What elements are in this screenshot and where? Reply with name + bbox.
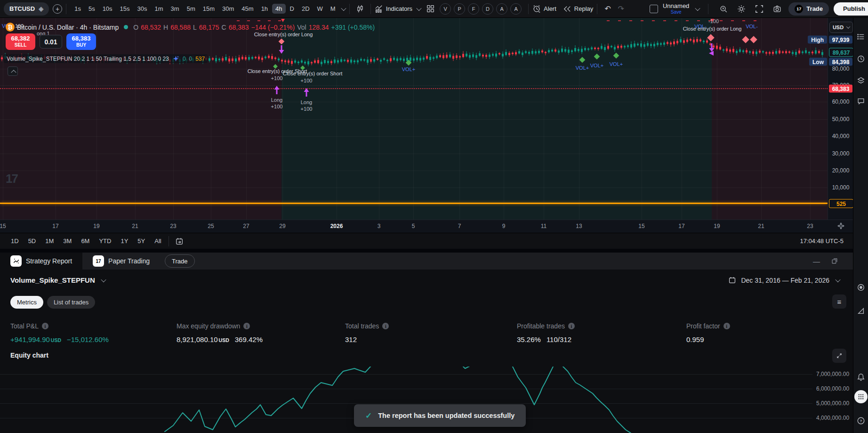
watchlist-icon[interactable]: [856, 32, 866, 41]
range-6m[interactable]: 6M: [78, 236, 93, 246]
trade-tab-button[interactable]: Trade: [165, 254, 194, 268]
help-icon[interactable]: ?: [856, 416, 866, 425]
interval-W[interactable]: W: [314, 4, 326, 14]
publish-button[interactable]: Publish: [834, 2, 868, 16]
replay-button[interactable]: Replay: [563, 5, 593, 13]
report-menu-icon[interactable]: ≡: [832, 294, 846, 309]
clock-display[interactable]: 17:04:48 UTC-5: [800, 237, 846, 245]
range-1y[interactable]: 1Y: [117, 236, 131, 246]
price-label: 60,000: [828, 98, 853, 105]
price-chart-canvas[interactable]: Close entry(s) order LongClose entry(s) …: [0, 18, 828, 220]
go-to-date-icon[interactable]: [173, 235, 186, 248]
trade-button[interactable]: 17 Trade: [788, 2, 829, 16]
range-1d[interactable]: 1D: [8, 236, 22, 246]
tab-paper-trading[interactable]: 17 Paper Trading: [82, 253, 160, 270]
sell-button[interactable]: 68,382 SELL: [6, 33, 35, 50]
interval-5s[interactable]: 5s: [85, 4, 98, 14]
favorite-template-f-2[interactable]: F: [468, 3, 479, 15]
interval-10s[interactable]: 10s: [99, 4, 116, 14]
candle-style-icon[interactable]: [354, 2, 367, 16]
quick-search-icon[interactable]: [717, 2, 730, 16]
interval-15s[interactable]: 15s: [117, 4, 133, 14]
minimize-panel-icon[interactable]: —: [813, 257, 820, 265]
view-list-of-trades[interactable]: List of trades: [47, 296, 95, 309]
info-icon[interactable]: i: [243, 323, 250, 329]
chevron-down-icon[interactable]: [695, 5, 700, 10]
range-5d[interactable]: 5D: [25, 236, 40, 246]
layout-name-button[interactable]: Unnamed Save: [663, 3, 689, 15]
chat-icon[interactable]: [856, 97, 866, 106]
interval-45m[interactable]: 45m: [238, 4, 257, 14]
interval-1m[interactable]: 1m: [152, 4, 167, 14]
info-icon[interactable]: i: [382, 323, 389, 329]
metric-value: 0.959: [686, 335, 846, 343]
interval-5m[interactable]: 5m: [184, 4, 199, 14]
interval-1h[interactable]: 1h: [258, 4, 271, 14]
favorite-template-d-3[interactable]: D: [482, 3, 493, 15]
alerts-clock-icon[interactable]: [856, 54, 866, 64]
tab-strategy-report[interactable]: Strategy Report: [0, 253, 82, 270]
range-ytd[interactable]: YTD: [96, 236, 114, 246]
fullscreen-icon[interactable]: [753, 2, 766, 16]
interval-1s[interactable]: 1s: [71, 4, 84, 14]
expand-equity-chart-icon[interactable]: [832, 349, 846, 363]
currency-dropdown[interactable]: USD: [829, 22, 853, 33]
interval-30s[interactable]: 30s: [134, 4, 151, 14]
success-toast[interactable]: ✓ The report has been updated successful…: [354, 404, 526, 427]
favorite-template-a-5[interactable]: A: [510, 3, 522, 15]
favorite-template-a-4[interactable]: A: [496, 3, 507, 15]
chart-legend[interactable]: ₿ Bitcoin / U.S. Dollar · 4h · Bitstamp …: [6, 23, 375, 32]
range-1m[interactable]: 1M: [42, 236, 57, 246]
settings-gear-icon[interactable]: [735, 2, 748, 16]
indicators-button[interactable]: Indicators: [375, 5, 421, 13]
apps-grid-icon[interactable]: [854, 390, 868, 403]
symbol-search-button[interactable]: BTCUSD ◈: [4, 2, 49, 16]
range-all[interactable]: All: [151, 236, 164, 246]
strategy-status-line[interactable]: Volume_Spike_STEPFUN 20 2 1 1 50 Trailin…: [4, 54, 208, 63]
interval-30m[interactable]: 30m: [219, 4, 237, 14]
interval-M[interactable]: M: [327, 4, 339, 14]
save-label[interactable]: Save: [671, 9, 682, 15]
report-title-dropdown[interactable]: Volume_Spike_STEPFUN: [10, 276, 105, 284]
info-icon[interactable]: i: [723, 323, 730, 329]
quantity-field[interactable]: 0.01: [40, 35, 62, 49]
low-price-badge: 84,398: [829, 58, 852, 66]
interval-3m[interactable]: 3m: [168, 4, 183, 14]
price-scale[interactable]: USD 80,00070,00060,00050,00040,00030,000…: [828, 18, 853, 220]
interval-15m[interactable]: 15m: [200, 4, 218, 14]
alert-button[interactable]: Alert: [532, 5, 556, 13]
layout-grid-icon[interactable]: [424, 2, 437, 16]
maximize-panel-icon[interactable]: [831, 258, 838, 264]
interval-4h[interactable]: 4h: [272, 4, 285, 14]
strategy-report-panel: Volume_Spike_STEPFUN Dec 31, 2016 — Feb …: [0, 270, 853, 433]
ai-sparkle-icon[interactable]: [172, 55, 179, 62]
layout-square-icon[interactable]: [650, 5, 658, 13]
redo-icon[interactable]: ↷: [614, 2, 627, 16]
favorite-template-p-1[interactable]: P: [454, 3, 465, 15]
collapse-pane-button[interactable]: [8, 66, 18, 76]
panel-divider[interactable]: [0, 249, 868, 253]
time-axis[interactable]: 15171921232527292026357911131517192123: [0, 220, 853, 233]
chevron-down-icon[interactable]: [341, 5, 346, 10]
info-icon[interactable]: i: [42, 323, 48, 329]
range-3m[interactable]: 3M: [60, 236, 75, 246]
view-metrics[interactable]: Metrics: [10, 296, 43, 309]
symbol-title[interactable]: Bitcoin / U.S. Dollar · 4h · Bitstamp: [17, 24, 119, 31]
undo-icon[interactable]: ↶: [601, 2, 614, 16]
range-5y[interactable]: 5Y: [134, 236, 148, 246]
favorite-template-v-0[interactable]: V: [440, 3, 451, 15]
notifications-bell-icon[interactable]: [856, 372, 866, 382]
hotlists-layers-icon[interactable]: [856, 76, 866, 85]
screenshot-camera-icon[interactable]: [771, 2, 784, 16]
compare-add-icon[interactable]: +: [53, 4, 62, 14]
interval-D[interactable]: D: [287, 4, 297, 14]
ruler-icon[interactable]: [856, 306, 866, 316]
info-icon[interactable]: i: [568, 323, 575, 329]
buy-button[interactable]: 68,383 BUY: [66, 33, 96, 50]
date-range-picker[interactable]: Dec 31, 2016 — Feb 21, 2026: [728, 276, 840, 284]
trade-tab-label: Trade: [172, 258, 187, 265]
chart-area[interactable]: Close entry(s) order LongClose entry(s) …: [0, 18, 828, 220]
timescale-settings-gear-icon[interactable]: [837, 222, 845, 230]
interval-2D[interactable]: 2D: [298, 4, 313, 14]
target-icon[interactable]: [856, 283, 866, 292]
